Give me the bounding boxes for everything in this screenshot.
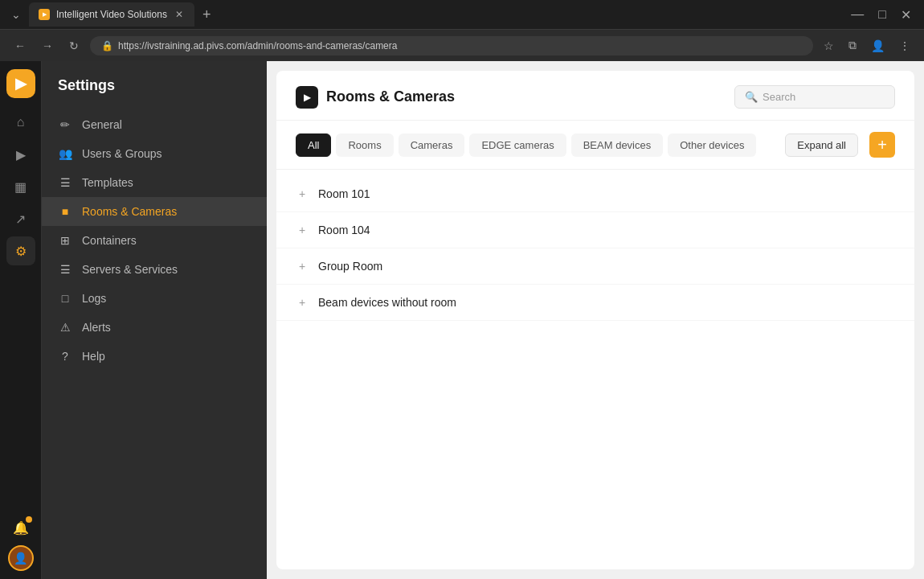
list-item[interactable]: + Group Room — [276, 248, 914, 285]
browser-tab[interactable]: Intelligent Video Solutions ✕ — [29, 2, 194, 27]
window-controls: — □ ✕ — [844, 6, 918, 24]
general-icon: ✏ — [58, 118, 72, 131]
alerts-icon: ⚠ — [58, 321, 72, 334]
filter-tab-other-devices[interactable]: Other devices — [668, 133, 756, 157]
sidebar-label-help: Help — [82, 350, 105, 363]
forward-button[interactable]: → — [37, 36, 58, 55]
refresh-button[interactable]: ↻ — [64, 36, 84, 55]
tab-list-button[interactable]: ⌄ — [6, 5, 26, 24]
menu-icon[interactable]: ⋮ — [895, 36, 914, 55]
sidebar-item-general[interactable]: ✏ General — [42, 110, 267, 139]
sidebar-item-containers[interactable]: ⊞ Containers — [42, 226, 267, 255]
room-name: Beam devices without room — [318, 296, 456, 309]
main-content: ▶ Rooms & Cameras 🔍 All Rooms Cameras ED… — [267, 61, 924, 579]
back-button[interactable]: ← — [10, 36, 31, 55]
bookmark-icon[interactable]: ☆ — [820, 36, 838, 55]
search-icon: 🔍 — [745, 91, 758, 103]
maximize-button[interactable]: □ — [872, 6, 893, 24]
new-tab-button[interactable]: + — [198, 5, 216, 25]
filter-tab-all[interactable]: All — [296, 133, 331, 157]
logs-icon: □ — [58, 292, 72, 305]
list-item[interactable]: + Room 101 — [276, 176, 914, 212]
content-panel: ▶ Rooms & Cameras 🔍 All Rooms Cameras ED… — [276, 71, 914, 569]
address-bar: ← → ↻ 🔒 https://ivstraining.ad.pivs.com/… — [0, 29, 924, 61]
sidebar: Settings ✏ General 👥 Users & Groups ☰ Te… — [42, 61, 267, 579]
panel-header: ▶ Rooms & Cameras 🔍 — [276, 71, 914, 121]
sidebar-nav: ✏ General 👥 Users & Groups ☰ Templates ■… — [42, 104, 267, 579]
sidebar-item-templates[interactable]: ☰ Templates — [42, 168, 267, 197]
extensions-icon[interactable]: ⧉ — [844, 35, 861, 55]
camera-icon[interactable]: ▶ — [6, 140, 35, 169]
expand-icon: + — [296, 260, 309, 273]
settings-icon[interactable]: ⚙ — [6, 236, 35, 265]
sidebar-item-alerts[interactable]: ⚠ Alerts — [42, 313, 267, 342]
list-item[interactable]: + Beam devices without room — [276, 285, 914, 321]
sidebar-item-users-groups[interactable]: 👥 Users & Groups — [42, 139, 267, 168]
browser-actions: ☆ ⧉ 👤 ⋮ — [820, 35, 914, 55]
sidebar-header: Settings — [42, 61, 267, 104]
panel-title-area: ▶ Rooms & Cameras — [296, 86, 455, 109]
expand-all-button[interactable]: Expand all — [785, 133, 858, 157]
add-room-button[interactable]: + — [869, 132, 895, 158]
url-text: https://ivstraining.ad.pivs.com/admin/ro… — [118, 40, 397, 51]
help-icon: ? — [58, 350, 72, 363]
notification-dot — [26, 516, 32, 523]
browser-chrome: ⌄ Intelligent Video Solutions ✕ + — □ ✕ … — [0, 0, 924, 61]
sidebar-label-logs: Logs — [82, 292, 106, 305]
notifications-icon[interactable]: 🔔 — [6, 513, 35, 542]
tab-bar: ⌄ Intelligent Video Solutions ✕ + — □ ✕ — [0, 0, 924, 29]
panel-icon: ▶ — [296, 86, 318, 109]
sidebar-label-templates: Templates — [82, 176, 133, 189]
filter-tab-rooms[interactable]: Rooms — [336, 133, 393, 157]
minimize-button[interactable]: — — [844, 6, 870, 24]
room-name: Room 101 — [318, 187, 370, 200]
room-name: Room 104 — [318, 224, 370, 236]
search-input[interactable] — [763, 91, 885, 103]
filter-tab-edge-cameras[interactable]: EDGE cameras — [469, 133, 566, 157]
expand-icon: + — [296, 224, 309, 236]
tab-close-button[interactable]: ✕ — [174, 7, 185, 22]
sidebar-label-alerts: Alerts — [82, 321, 111, 334]
filter-bar: All Rooms Cameras EDGE cameras BEAM devi… — [276, 121, 914, 170]
rooms-icon: ■ — [58, 205, 72, 218]
app-layout: ▶ ⌂ ▶ ▦ ↗ ⚙ 🔔 👤 Settings ✏ General 👥 Use… — [0, 61, 924, 579]
expand-icon: + — [296, 296, 309, 309]
url-bar[interactable]: 🔒 https://ivstraining.ad.pivs.com/admin/… — [90, 36, 813, 55]
filter-tab-cameras[interactable]: Cameras — [399, 133, 465, 157]
icon-rail: ▶ ⌂ ▶ ▦ ↗ ⚙ 🔔 👤 — [0, 61, 42, 579]
list-item[interactable]: + Room 104 — [276, 212, 914, 248]
analytics-icon[interactable]: ↗ — [6, 204, 35, 233]
sidebar-label-servers: Servers & Services — [82, 263, 178, 276]
containers-icon: ⊞ — [58, 234, 72, 247]
app-logo[interactable]: ▶ — [6, 69, 35, 98]
filter-tab-beam-devices[interactable]: BEAM devices — [571, 133, 664, 157]
room-list: + Room 101 + Room 104 + Group Room + Bea… — [276, 170, 914, 569]
home-icon[interactable]: ⌂ — [6, 108, 35, 137]
lock-icon: 🔒 — [101, 40, 113, 51]
sidebar-label-general: General — [82, 118, 122, 131]
room-name: Group Room — [318, 260, 382, 273]
sidebar-item-servers-services[interactable]: ☰ Servers & Services — [42, 255, 267, 284]
avatar[interactable]: 👤 — [8, 545, 34, 571]
page-title: Rooms & Cameras — [326, 88, 455, 105]
search-box[interactable]: 🔍 — [734, 85, 895, 109]
logo-icon: ▶ — [15, 75, 27, 92]
sidebar-label-rooms: Rooms & Cameras — [82, 205, 177, 218]
grid-icon[interactable]: ▦ — [6, 172, 35, 201]
profile-icon[interactable]: 👤 — [867, 36, 889, 55]
templates-icon: ☰ — [58, 176, 72, 189]
close-button[interactable]: ✕ — [894, 6, 918, 24]
users-icon: 👥 — [58, 147, 72, 160]
tab-favicon — [39, 9, 50, 20]
servers-icon: ☰ — [58, 263, 72, 276]
sidebar-item-logs[interactable]: □ Logs — [42, 284, 267, 313]
sidebar-item-help[interactable]: ? Help — [42, 342, 267, 371]
expand-icon: + — [296, 187, 309, 200]
tab-title: Intelligent Video Solutions — [56, 9, 167, 20]
sidebar-label-containers: Containers — [82, 234, 137, 247]
sidebar-label-users: Users & Groups — [82, 147, 162, 160]
sidebar-item-rooms-cameras[interactable]: ■ Rooms & Cameras — [42, 197, 267, 226]
sidebar-title: Settings — [58, 77, 115, 93]
